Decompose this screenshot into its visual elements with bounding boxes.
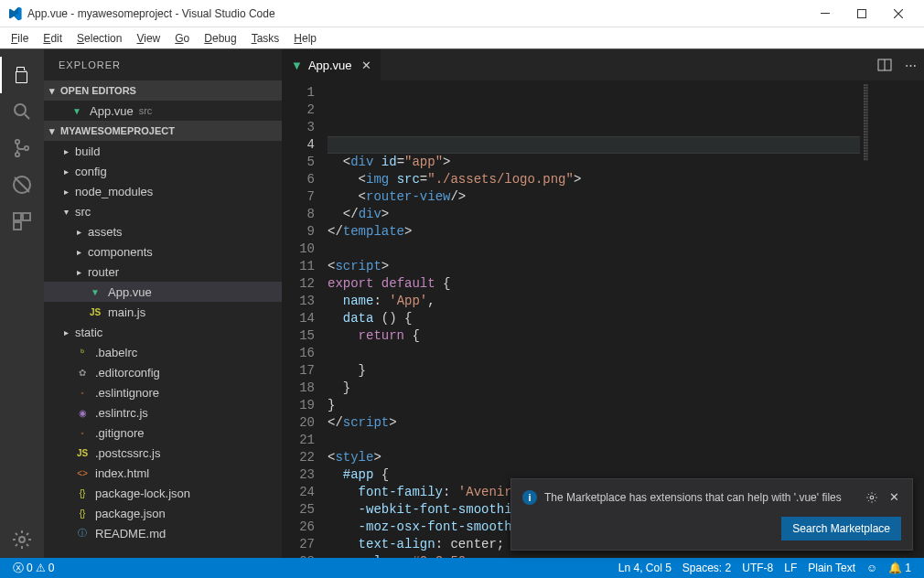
split-editor-icon[interactable] — [877, 58, 892, 72]
menu-go[interactable]: Go — [167, 30, 197, 47]
chevron-down-icon: ▾ — [49, 85, 60, 97]
status-errors[interactable]: ⓧ0 ⚠0 — [7, 561, 59, 576]
menu-edit[interactable]: Edit — [36, 30, 70, 47]
svg-rect-8 — [23, 213, 30, 220]
menu-view[interactable]: View — [129, 30, 167, 47]
section-project[interactable]: ▾ MYAWESOMEPROJECT — [44, 121, 282, 141]
svg-point-5 — [25, 146, 28, 150]
vue-file-icon: ▼ — [70, 106, 84, 116]
editor-area: ▼ App.vue ✕ ⋯ 12345678910111213141516171… — [282, 49, 924, 558]
file-item[interactable]: <>index.html — [44, 463, 282, 483]
status-language[interactable]: Plain Text — [802, 562, 861, 574]
file-item[interactable]: ▼App.vue — [44, 282, 282, 302]
svg-rect-1 — [858, 9, 866, 17]
dot-file-icon: ◦ — [75, 388, 90, 398]
chevron-right-icon: ▸ — [64, 166, 73, 177]
json-file-icon: {} — [75, 488, 90, 498]
file-item[interactable]: ◉.eslintrc.js — [44, 402, 282, 423]
vue-file-icon: ▼ — [291, 59, 303, 72]
menu-tasks[interactable]: Tasks — [244, 30, 287, 47]
vue-file-icon: ▼ — [88, 287, 102, 297]
line-numbers: 1234567891011121314151617181920212223242… — [282, 80, 328, 558]
chevron-right-icon: ▸ — [77, 267, 86, 277]
chevron-right-icon: ▸ — [64, 146, 73, 156]
folder-item[interactable]: ▸config — [44, 161, 282, 181]
svg-rect-0 — [821, 13, 830, 14]
folder-item[interactable]: ▸assets — [44, 221, 282, 241]
sidebar-explorer: EXPLORER ▾ OPEN EDITORS ▼ App.vue src ▾ … — [44, 49, 282, 558]
menu-file[interactable]: File — [4, 30, 36, 47]
minimize-button[interactable] — [807, 1, 843, 27]
notification-toast: i The Marketplace has extensions that ca… — [510, 478, 913, 551]
folder-item[interactable]: ▸router — [44, 262, 282, 282]
file-item[interactable]: ◦.eslintignore — [44, 382, 282, 402]
folder-item[interactable]: ▸node_modules — [44, 181, 282, 201]
gear-file-icon: ✿ — [75, 368, 90, 378]
editor-tab[interactable]: ▼ App.vue ✕ — [282, 49, 381, 80]
file-item[interactable]: ◦.gitignore — [44, 423, 282, 443]
js-file-icon: JS — [88, 307, 102, 317]
file-item[interactable]: ᵇ.babelrc — [44, 342, 282, 362]
menubar: FileEditSelectionViewGoDebugTasksHelp — [0, 27, 924, 49]
status-feedback[interactable]: ☺ — [861, 562, 883, 574]
svg-point-12 — [870, 496, 874, 499]
status-encoding[interactable]: UTF-8 — [736, 562, 779, 574]
activity-settings[interactable] — [0, 521, 44, 558]
chevron-down-icon: ▾ — [49, 125, 60, 137]
smiley-icon: ☺ — [866, 562, 877, 574]
vscode-logo-icon — [7, 6, 22, 21]
activity-scm[interactable] — [0, 130, 44, 166]
chevron-right-icon: ▸ — [77, 247, 86, 257]
file-item[interactable]: {}package-lock.json — [44, 483, 282, 503]
folder-item[interactable]: ▸components — [44, 241, 282, 262]
file-item[interactable]: {}package.json — [44, 503, 282, 523]
close-tab-icon[interactable]: ✕ — [361, 59, 371, 72]
status-eol[interactable]: LF — [779, 562, 802, 574]
svg-rect-9 — [14, 222, 21, 230]
svg-point-2 — [15, 104, 26, 115]
js-file-icon: JS — [75, 448, 90, 458]
dot2-file-icon: ◉ — [75, 408, 90, 418]
chevron-down-icon: ▾ — [64, 207, 73, 217]
folder-item[interactable]: ▸static — [44, 322, 282, 342]
section-open-editors[interactable]: ▾ OPEN EDITORS — [44, 80, 282, 101]
file-item[interactable]: ⓘREADME.md — [44, 523, 282, 543]
close-window-button[interactable] — [880, 1, 917, 27]
svg-point-4 — [16, 153, 19, 156]
sidebar-title: EXPLORER — [44, 49, 282, 80]
close-icon[interactable]: ✕ — [887, 488, 901, 506]
statusbar: ⓧ0 ⚠0 Ln 4, Col 5 Spaces: 2 UTF-8 LF Pla… — [0, 558, 924, 578]
babel-file-icon: ᵇ — [75, 348, 90, 358]
info-icon: i — [522, 490, 537, 505]
folder-item[interactable]: ▸build — [44, 141, 282, 161]
open-editor-item[interactable]: ▼ App.vue src — [44, 101, 282, 121]
activitybar — [0, 49, 44, 558]
search-marketplace-button[interactable]: Search Marketplace — [781, 517, 901, 541]
info-file-icon: ⓘ — [75, 527, 90, 540]
menu-selection[interactable]: Selection — [70, 30, 129, 47]
activity-explorer[interactable] — [0, 57, 44, 93]
status-notifications[interactable]: 🔔1 — [883, 562, 917, 574]
activity-search[interactable] — [0, 93, 44, 130]
status-position[interactable]: Ln 4, Col 5 — [613, 562, 677, 574]
activity-debug[interactable] — [0, 166, 44, 203]
file-item[interactable]: JS.postcssrc.js — [44, 443, 282, 463]
menu-help[interactable]: Help — [286, 30, 324, 47]
activity-extensions[interactable] — [0, 203, 44, 240]
bell-icon: 🔔 — [888, 562, 902, 574]
maximize-button[interactable] — [843, 1, 880, 27]
menu-debug[interactable]: Debug — [197, 30, 243, 47]
warning-icon: ⚠ — [36, 562, 46, 574]
svg-rect-7 — [14, 213, 21, 220]
svg-point-10 — [19, 537, 25, 542]
more-actions-icon[interactable]: ⋯ — [905, 59, 917, 72]
chevron-right-icon: ▸ — [64, 327, 73, 337]
status-indent[interactable]: Spaces: 2 — [677, 562, 736, 574]
gear-icon[interactable] — [864, 489, 880, 506]
file-item[interactable]: JSmain.js — [44, 302, 282, 322]
folder-item[interactable]: ▾src — [44, 201, 282, 221]
titlebar: App.vue - myawesomeproject - Visual Stud… — [0, 0, 924, 27]
file-item[interactable]: ✿.editorconfig — [44, 362, 282, 382]
cursor-line-highlight — [328, 136, 860, 154]
chevron-right-icon: ▸ — [64, 187, 73, 197]
